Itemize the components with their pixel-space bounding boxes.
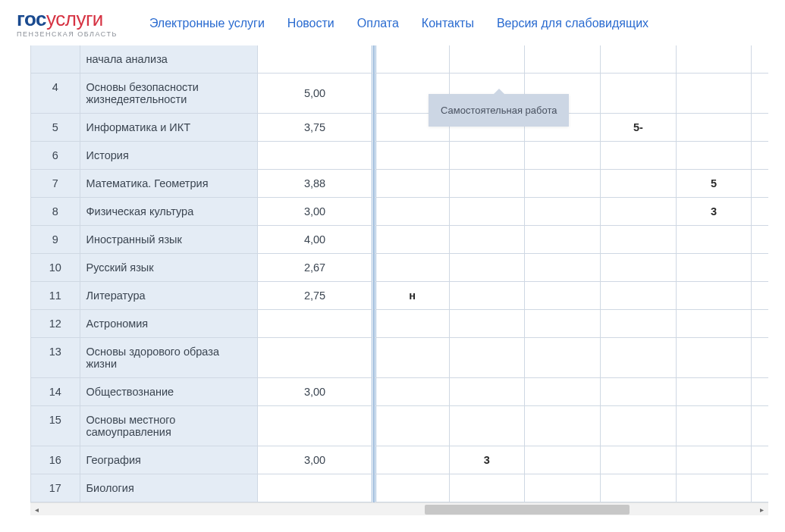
grade-cell[interactable]: 3	[450, 446, 526, 474]
grade-cell[interactable]	[601, 338, 677, 378]
grade-cell[interactable]	[601, 378, 677, 406]
nav-eservices[interactable]: Электронные услуги	[149, 17, 265, 30]
grade-cell[interactable]	[601, 45, 677, 74]
grade-cell[interactable]	[525, 406, 601, 446]
grade-cell[interactable]	[752, 142, 768, 170]
grade-cell[interactable]	[752, 114, 768, 142]
grade-cell[interactable]	[525, 226, 601, 254]
grade-cell[interactable]	[677, 45, 752, 74]
grade-cell[interactable]	[677, 338, 752, 378]
grade-cell[interactable]	[525, 198, 601, 226]
nav-payment[interactable]: Оплата	[357, 17, 399, 30]
grade-cell[interactable]	[450, 282, 526, 310]
grade-cell[interactable]	[601, 310, 677, 338]
grade-cell[interactable]	[601, 446, 677, 474]
grade-cell[interactable]	[752, 45, 768, 74]
grade-cell[interactable]	[525, 282, 601, 310]
grade-cell[interactable]	[525, 170, 601, 198]
grade-cell[interactable]	[752, 406, 768, 446]
grade-cell[interactable]	[752, 338, 768, 378]
grade-cell[interactable]	[374, 474, 450, 502]
grade-cell[interactable]	[677, 114, 752, 142]
grade-cell[interactable]	[677, 406, 752, 446]
horizontal-scrollbar[interactable]: ◂ ▸	[30, 502, 768, 515]
grade-cell[interactable]	[677, 74, 752, 114]
grade-cell[interactable]	[601, 226, 677, 254]
grade-cell[interactable]: 5	[677, 170, 752, 198]
grade-cell[interactable]	[525, 254, 601, 282]
grade-cell[interactable]: 5-	[601, 114, 677, 142]
grade-cell[interactable]	[450, 45, 526, 74]
grade-cell[interactable]	[601, 74, 677, 114]
grade-cell[interactable]	[677, 254, 752, 282]
grade-cell[interactable]	[450, 378, 526, 406]
nav-accessibility[interactable]: Версия для слабовидящих	[497, 17, 648, 30]
grade-cell[interactable]	[601, 170, 677, 198]
row-number: 14	[31, 378, 80, 406]
grade-cell[interactable]	[677, 142, 752, 170]
grade-cell[interactable]: н	[374, 282, 450, 310]
grade-cell[interactable]	[450, 198, 526, 226]
grade-cell[interactable]	[374, 170, 450, 198]
grade-cell[interactable]	[374, 254, 450, 282]
grade-cell[interactable]	[601, 474, 677, 502]
grade-cell[interactable]	[374, 226, 450, 254]
grade-cell[interactable]	[450, 226, 526, 254]
grade-cell[interactable]: 3	[677, 198, 752, 226]
grade-cell[interactable]: 4	[752, 170, 768, 198]
grade-cell[interactable]	[525, 338, 601, 378]
grade-cell[interactable]	[525, 474, 601, 502]
grade-cell[interactable]	[374, 310, 450, 338]
grade-cell[interactable]	[752, 198, 768, 226]
grade-cell[interactable]	[677, 446, 752, 474]
grade-cell[interactable]	[752, 226, 768, 254]
grade-cell[interactable]	[450, 170, 526, 198]
grade-cell[interactable]	[752, 74, 768, 114]
grade-cell[interactable]	[450, 406, 526, 446]
grade-cell[interactable]	[677, 474, 752, 502]
grade-cell[interactable]	[677, 378, 752, 406]
grade-cell[interactable]	[525, 45, 601, 74]
grade-cell[interactable]	[374, 378, 450, 406]
grade-cell[interactable]	[450, 142, 526, 170]
grade-cell[interactable]: 4/3	[752, 282, 768, 310]
grade-cell[interactable]	[450, 474, 526, 502]
grade-cell[interactable]	[525, 378, 601, 406]
grade-cell[interactable]	[601, 282, 677, 310]
nav-news[interactable]: Новости	[287, 17, 334, 30]
scroll-left-arrow-icon[interactable]: ◂	[30, 503, 43, 516]
grade-cell[interactable]	[450, 254, 526, 282]
grade-cell[interactable]	[677, 282, 752, 310]
grade-cell[interactable]	[601, 254, 677, 282]
scroll-right-arrow-icon[interactable]: ▸	[755, 503, 768, 516]
grade-cell[interactable]	[374, 198, 450, 226]
grade-cell[interactable]	[374, 45, 450, 74]
grade-cell[interactable]	[450, 338, 526, 378]
grade-cell[interactable]	[374, 446, 450, 474]
grade-cell[interactable]	[525, 310, 601, 338]
grade-cell[interactable]	[601, 198, 677, 226]
grade-cell[interactable]	[752, 446, 768, 474]
grade-cell[interactable]	[450, 310, 526, 338]
grade-cell[interactable]	[525, 142, 601, 170]
grade-cell[interactable]	[677, 226, 752, 254]
grade-cell[interactable]	[374, 142, 450, 170]
grade-cell[interactable]	[525, 446, 601, 474]
nav-contacts[interactable]: Контакты	[422, 17, 474, 30]
grade-cell[interactable]	[752, 310, 768, 338]
grade-cell[interactable]	[752, 254, 768, 282]
grade-cell[interactable]	[677, 310, 752, 338]
grade-cell[interactable]	[752, 474, 768, 502]
logo[interactable]: госуслуги ПЕНЗЕНСКАЯ ОБЛАСТЬ	[17, 9, 118, 38]
grade-cell[interactable]	[601, 142, 677, 170]
grade-cell[interactable]	[752, 378, 768, 406]
row-number: 7	[31, 170, 80, 198]
grade-value: 3	[711, 205, 717, 217]
scroll-thumb[interactable]	[425, 505, 630, 515]
grade-cell[interactable]	[374, 338, 450, 378]
subject-cell: Астрономия	[80, 310, 259, 338]
grade-cell[interactable]	[601, 406, 677, 446]
grade-cell[interactable]	[374, 406, 450, 446]
subject-cell: Литература	[80, 282, 259, 310]
row-number: 4	[31, 74, 80, 114]
